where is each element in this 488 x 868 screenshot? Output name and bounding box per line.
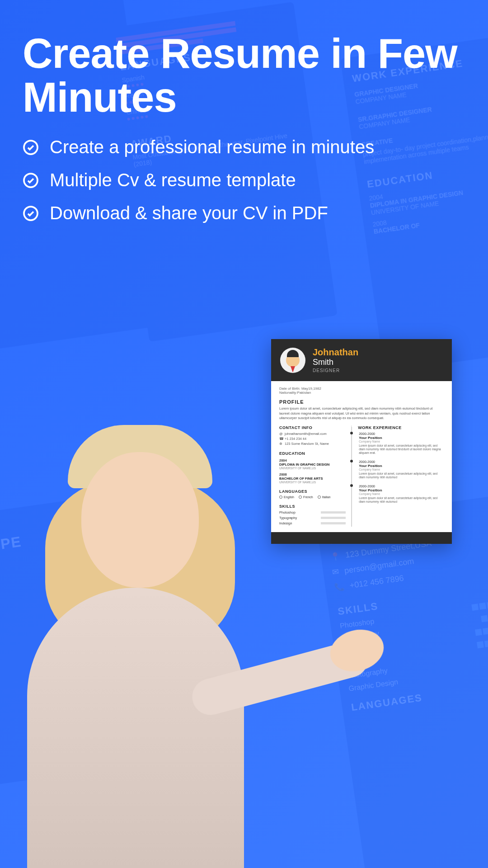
education-title: EDUCATION <box>279 451 346 456</box>
avatar <box>280 348 305 373</box>
resume-header: Johnathan Smith DESIGNER <box>271 339 452 381</box>
check-circle-icon <box>23 139 39 156</box>
resume-profile-text: Lorem ipsum dolor sit amet, consectetuer… <box>279 406 444 421</box>
work-experience-title: WORK EXPERIENCE <box>358 425 444 430</box>
feature-item: Create a professional resume in minutes <box>23 137 465 157</box>
resume-last-name: Smith <box>313 358 443 367</box>
phone-icon: ☎ <box>279 437 283 440</box>
resume-sample-card: Johnathan Smith DESIGNER Date of Birth: … <box>271 339 452 544</box>
main-heading: Create Resume in Few Minutes <box>23 32 465 119</box>
check-circle-icon <box>23 172 39 189</box>
languages-title: LANGUAGES <box>279 489 346 494</box>
skills-title: SKILLS <box>279 504 346 509</box>
check-circle-icon <box>23 205 39 222</box>
resume-first-name: Johnathan <box>313 347 443 358</box>
resume-role: DESIGNER <box>313 368 443 373</box>
feature-text: Multiple Cv & resume template <box>50 170 296 190</box>
mail-icon: ✉ <box>332 566 340 577</box>
feature-text: Create a professional resume in minutes <box>50 137 374 157</box>
contact-title: CONTACT INFO <box>279 425 346 430</box>
feature-text: Download & share your CV in PDF <box>50 203 328 223</box>
phone-icon: 📞 <box>334 581 345 593</box>
feature-item: Download & share your CV in PDF <box>23 203 465 223</box>
feature-item: Multiple Cv & resume template <box>23 170 465 190</box>
feature-list: Create a professional resume in minutes … <box>23 137 465 223</box>
at-icon: @ <box>279 432 283 435</box>
resume-profile-title: PROFILE <box>279 399 444 405</box>
person-illustration <box>0 416 271 868</box>
pin-icon: 📍 <box>329 551 341 562</box>
resume-dob: Date of Birth: May19,1982 <box>279 387 444 391</box>
resume-nationality: Nationality:Pakistan <box>279 391 444 395</box>
globe-icon: ⊕ <box>279 442 283 445</box>
